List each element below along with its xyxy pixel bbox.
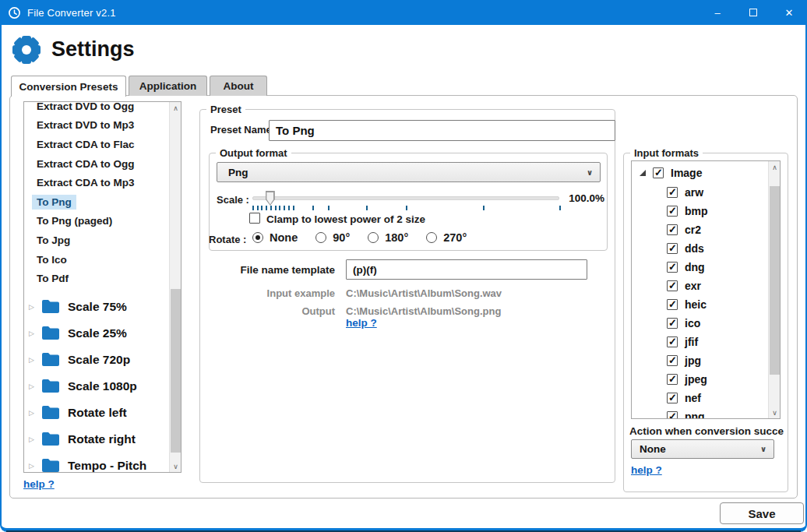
preset-list-scrollbar[interactable]: ∧ ∨ <box>169 102 181 472</box>
formats-scrollbar[interactable]: ∧ ∨ <box>768 161 780 418</box>
chevron-right-icon[interactable]: ▷ <box>29 356 37 364</box>
format-row[interactable]: jfif <box>632 333 769 351</box>
expander-expanded-icon[interactable] <box>640 170 646 176</box>
format-row[interactable]: dds <box>632 239 769 258</box>
format-checkbox-jpeg[interactable] <box>667 374 678 385</box>
preset-folder-row[interactable]: ▷Tempo - Pitch <box>24 453 169 473</box>
format-label: jfif <box>685 336 698 348</box>
minimize-button[interactable]: – <box>700 0 735 25</box>
format-checkbox-dng[interactable] <box>667 262 678 273</box>
slider-tick <box>279 206 280 210</box>
image-checkbox[interactable] <box>653 167 664 178</box>
action-select[interactable]: None ∨ <box>631 439 774 459</box>
scrollbar-thumb[interactable] <box>770 186 780 375</box>
folder-label: Scale 25% <box>68 326 127 340</box>
tab-conversion-presets[interactable]: Conversion Presets <box>11 76 126 97</box>
file-name-template-input[interactable]: (p)(f) <box>346 259 587 280</box>
output-format-value: Png <box>228 167 248 178</box>
tab-about[interactable]: About <box>210 76 267 96</box>
format-row[interactable]: exr <box>632 277 769 295</box>
format-checkbox-exr[interactable] <box>667 280 678 291</box>
preset-list-item[interactable]: To Png <box>24 192 169 212</box>
preset-folder-row[interactable]: ▷Rotate right <box>24 426 169 453</box>
chevron-right-icon[interactable]: ▷ <box>29 409 37 417</box>
format-checkbox-png[interactable] <box>667 411 678 419</box>
formats-help-link[interactable]: help ? <box>631 464 662 476</box>
title-bar[interactable]: File Converter v2.1 – ✕ <box>0 0 807 25</box>
format-row[interactable]: cr2 <box>632 220 769 239</box>
output-format-select[interactable]: Png ∨ <box>217 162 601 182</box>
format-row[interactable]: ico <box>632 314 769 333</box>
format-row[interactable]: arw <box>632 183 769 202</box>
format-row[interactable]: bmp <box>632 202 769 220</box>
format-checkbox-jfif[interactable] <box>667 336 678 347</box>
format-checkbox-jpg[interactable] <box>667 355 678 366</box>
format-checkbox-ico[interactable] <box>667 318 678 329</box>
format-label: ico <box>685 317 700 329</box>
format-label: dds <box>685 242 704 255</box>
slider-tick <box>270 206 272 210</box>
preset-list-item[interactable]: To Jpg <box>24 231 169 250</box>
scroll-up-icon[interactable]: ∧ <box>170 102 181 114</box>
preset-list-item[interactable]: Extract DVD to Mp3 <box>24 116 169 136</box>
preset-folder-row[interactable]: ▷Rotate left <box>24 400 169 426</box>
preset-name-input[interactable]: To Png <box>269 120 615 141</box>
preset-list-item[interactable]: Extract CDA to Flac <box>24 135 169 154</box>
chevron-right-icon[interactable]: ▷ <box>29 462 37 470</box>
format-checkbox-arw[interactable] <box>667 187 678 198</box>
action-label: Action when conversion succe <box>629 425 784 437</box>
preset-folder-row[interactable]: ▷Scale 75% <box>24 294 169 320</box>
scroll-up-icon[interactable]: ∧ <box>769 161 781 173</box>
format-label: arw <box>685 186 703 199</box>
format-checkbox-nef[interactable] <box>667 393 678 403</box>
scale-slider-track[interactable] <box>252 196 559 200</box>
rotate-option-180deg[interactable]: 180° <box>368 231 408 244</box>
format-checkbox-dds[interactable] <box>667 243 678 254</box>
preset-item-label: To Png (paged) <box>32 213 117 228</box>
preset-list-item[interactable]: To Png (paged) <box>24 212 169 231</box>
slider-tick <box>288 206 290 210</box>
preset-folder-section: ▷Scale 75%▷Scale 25%▷Scale 720p▷Scale 10… <box>24 294 169 473</box>
preset-list-item[interactable]: Extract CDA to Mp3 <box>24 173 169 192</box>
preset-folder-row[interactable]: ▷Scale 1080p <box>24 373 169 400</box>
chevron-right-icon[interactable]: ▷ <box>29 435 37 443</box>
scroll-down-icon[interactable]: ∨ <box>170 460 181 472</box>
preset-item-label: To Ico <box>32 252 72 267</box>
format-checkbox-heic[interactable] <box>667 299 678 310</box>
preset-folder-row[interactable]: ▷Scale 25% <box>24 320 169 347</box>
rotate-option-270deg[interactable]: 270° <box>426 231 467 244</box>
radio-icon <box>426 232 437 243</box>
scroll-down-icon[interactable]: ∨ <box>769 407 781 418</box>
format-row[interactable]: jpg <box>632 351 769 370</box>
rotate-option-none[interactable]: None <box>252 231 298 244</box>
format-row[interactable]: dng <box>632 258 769 277</box>
chevron-right-icon[interactable]: ▷ <box>29 382 37 390</box>
preset-list-item[interactable]: To Ico <box>24 250 169 270</box>
folder-icon <box>41 299 60 314</box>
template-help-link[interactable]: help ? <box>346 317 377 329</box>
format-checkbox-bmp[interactable] <box>667 206 678 217</box>
preset-folder-row[interactable]: ▷Scale 720p <box>24 347 169 373</box>
format-row[interactable]: png <box>632 407 769 419</box>
preset-list-item[interactable]: Extract CDA to Ogg <box>24 154 169 174</box>
format-row[interactable]: heic <box>632 295 769 314</box>
format-row[interactable]: nef <box>632 389 769 407</box>
folder-icon <box>41 432 60 446</box>
clamp-checkbox[interactable] <box>249 213 260 224</box>
format-checkbox-cr2[interactable] <box>667 224 678 235</box>
preset-list-item[interactable]: Extract DVD to Ogg <box>24 101 169 116</box>
format-row[interactable]: jpeg <box>632 370 769 389</box>
format-tree-root[interactable]: Image <box>632 163 769 183</box>
chevron-down-icon: ∨ <box>760 445 766 453</box>
chevron-right-icon[interactable]: ▷ <box>29 329 37 337</box>
preset-list-item[interactable]: To Pdf <box>24 269 169 288</box>
preset-list-help-link[interactable]: help ? <box>23 478 55 490</box>
tab-application[interactable]: Application <box>129 76 207 96</box>
chevron-right-icon[interactable]: ▷ <box>29 303 37 311</box>
save-button[interactable]: Save <box>720 502 804 524</box>
rotate-option-90deg[interactable]: 90° <box>315 231 350 244</box>
maximize-button[interactable] <box>735 0 771 25</box>
scrollbar-thumb[interactable] <box>171 289 181 453</box>
close-button[interactable]: ✕ <box>771 0 807 25</box>
folder-label: Rotate left <box>68 406 127 420</box>
